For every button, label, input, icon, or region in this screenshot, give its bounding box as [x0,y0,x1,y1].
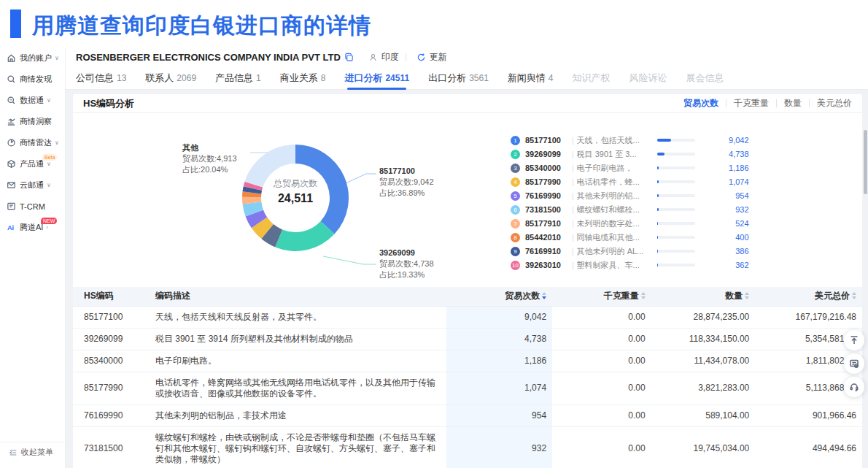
sidebar-item-1[interactable]: 我的账户∨ [0,47,65,69]
donut-segment-85177100[interactable] [295,145,349,234]
back-to-top-button[interactable] [844,330,864,350]
sidebar-item-label: 商情雷达 [20,137,52,148]
mail-icon [7,180,16,190]
divider: | [572,261,574,269]
hs-code: 76169990 [525,191,569,200]
hs-code: 73181500 [525,205,569,214]
chevron-down-icon: ∨ [55,139,59,146]
refresh-button[interactable]: 更新 [413,51,447,64]
cell-trades: 932 [446,426,552,468]
callout-39269099: 39269099 贸易次数:4,738 占比:19.33% [379,248,434,280]
tab-4[interactable]: 商业关系8 [280,66,326,90]
sort-icon[interactable] [542,292,546,299]
tabs-bar: 公司信息13联系人2069产品信息1商业关系8进口分析24511出口分析3561… [66,66,868,90]
sort-icon[interactable] [852,292,856,299]
headset-icon [849,382,859,392]
tab-7[interactable]: 新闻舆情4 [508,66,554,90]
company-name: ROSENBERGER ELECTRONICS COMPANY INDIA PV… [76,52,341,63]
ranking-row-76169910[interactable]: 976169910|其他未列明的 AL...386 [511,245,853,258]
cell-qty: 11,434,078.00 [651,350,756,372]
cell-trades: 954 [446,404,552,426]
tab-1[interactable]: 公司信息13 [76,66,126,90]
metric-option-3[interactable]: 数量 [784,97,802,110]
cell-desc: 其他未列明的铝制品，非技术用途 [150,404,447,426]
table-row-39269099[interactable]: 39269099税目 3901 至 3914 所列塑料及其他材料制成的物品4,7… [73,328,862,350]
ranking-row-85177100[interactable]: 185177100|天线，包括天线...9,042 [511,134,853,147]
sidebar-item-4[interactable]: 商情洞察 [0,111,65,132]
sort-icon[interactable] [641,292,646,299]
tab-6[interactable]: 出口分析3561 [428,66,489,90]
chevron-down-icon: ∨ [47,182,51,188]
cell-qty: 118,334,150.00 [651,328,756,350]
cell-hs-code: 85177990 [73,372,150,404]
ranking-row-76169990[interactable]: 576169990|其他未列明的铝...954 [511,189,853,202]
rank-value: 386 [704,247,749,256]
rank-value: 1,074 [704,177,749,186]
ranking-row-85442010[interactable]: 885442010|同轴电缆和其他...400 [511,231,853,244]
cell-usd: 494,494.66 [755,426,862,468]
metric-option-1[interactable]: 贸易次数 [683,97,718,110]
rank-bar [657,222,695,225]
copy-icon[interactable] [344,53,354,62]
tab-2[interactable]: 联系人2069 [145,66,196,90]
beta-badge: Beta [42,154,57,161]
cell-trades: 1,186 [446,350,552,372]
table-row-85177100[interactable]: 85177100天线，包括天线和天线反射器，及其零件。9,0420.0028,8… [73,306,862,328]
ranking-row-85177910[interactable]: 785177910|未列明的数字处...524 [511,217,853,230]
tab-label: 公司信息 [76,72,114,85]
sidebar-item-7[interactable]: 云邮通∨ [0,174,65,196]
sidebar-item-2[interactable]: 商情发现 [0,69,65,90]
sidebar-item-6[interactable]: 产品通∨Beta [0,153,65,174]
hs-desc: 电子印刷电路， [577,163,647,174]
rank-bar [657,250,695,253]
tab-label: 进口分析 [344,72,382,85]
cell-qty: 589,104.00 [651,404,756,426]
table-row-85340000[interactable]: 85340000电子印刷电路。1,1860.0011,434,078.001,8… [73,350,862,372]
sidebar-item-8[interactable]: T-CRM [0,196,65,217]
callout-other: 其他 贸易次数:4,913 占比:20.04% [182,142,237,175]
cell-weight: 0.00 [552,372,651,404]
cell-trades: 9,042 [446,306,552,328]
sidebar-item-label: T-CRM [20,202,45,211]
table-row-76169990[interactable]: 76169990其他未列明的铝制品，非技术用途9540.00589,104.00… [73,404,862,426]
support-button[interactable] [844,377,864,397]
ranking-row-39269099[interactable]: 239269099|税目 3901 至 3...4,738 [511,147,853,161]
hs-desc: 天线，包括天线... [577,135,647,146]
divider: | [572,220,574,228]
tab-5[interactable]: 进口分析24511 [344,66,409,90]
company-bar: ROSENBERGER ELECTRONICS COMPANY INDIA PV… [66,47,868,66]
sort-icon[interactable] [745,292,749,299]
metric-option-2[interactable]: 千克重量 [734,97,769,110]
sidebar-item-5[interactable]: 商情雷达∨ [0,132,65,153]
tab-count: 3561 [469,73,489,83]
ranking-row-39263010[interactable]: 1039263010|塑料制家具、车...362 [511,258,853,272]
column-header-3[interactable]: 贸易次数 [446,287,552,306]
metric-option-4[interactable]: 美元总价 [817,97,852,110]
hs-code: 76169910 [525,247,569,256]
divider: | [572,248,574,256]
column-header-5[interactable]: 数量 [651,287,756,306]
table-row-85177990[interactable]: 85177990电话机零件，蜂窝网络或其他无线网络用电话机零件，以及其他用于传输… [73,372,862,404]
chart-area: 总贸易次数 24,511 其他 贸易次数:4,913 占比:20.04% 851… [73,113,862,287]
collapse-menu-button[interactable]: 收起菜单 [0,442,66,462]
ranking-row-85340000[interactable]: 385340000|电子印刷电路，1,186 [511,161,853,174]
cell-hs-code: 39269099 [73,328,150,350]
tab-label: 联系人 [145,72,174,85]
report-button[interactable] [844,353,864,374]
donut-chart[interactable] [237,139,354,256]
cell-desc: 螺纹螺钉和螺栓，由铁或钢制成，不论是否带螺母和垫圈（不包括马车螺钉和其他木螺钉、… [150,426,447,468]
column-header-6[interactable]: 美元总价 [755,287,862,306]
sidebar-item-3[interactable]: 数据通∨ [0,90,65,111]
cell-trades: 4,738 [446,328,552,350]
divider [776,99,777,107]
column-header-4[interactable]: 千克重量 [552,287,651,306]
tab-3[interactable]: 产品信息1 [215,66,261,90]
ranking-row-73181500[interactable]: 673181500|螺纹螺钉和螺栓...932 [511,203,853,216]
donut-segment-其他[interactable] [245,145,295,188]
ranking-row-85177990[interactable]: 485177990|电话机零件，蜂...1,074 [511,175,853,188]
hs-analysis-card: HS编码分析 贸易次数千克重量数量美元总价 总贸易次数 24,511 其他 [73,94,862,468]
sidebar-item-9[interactable]: Ai腾道AI›NEW [0,217,65,238]
scrollbar-thumb[interactable] [864,130,867,194]
table-row-73181500[interactable]: 73181500螺纹螺钉和螺栓，由铁或钢制成，不论是否带螺母和垫圈（不包括马车螺… [73,426,862,468]
rank-badge: 7 [511,219,520,229]
